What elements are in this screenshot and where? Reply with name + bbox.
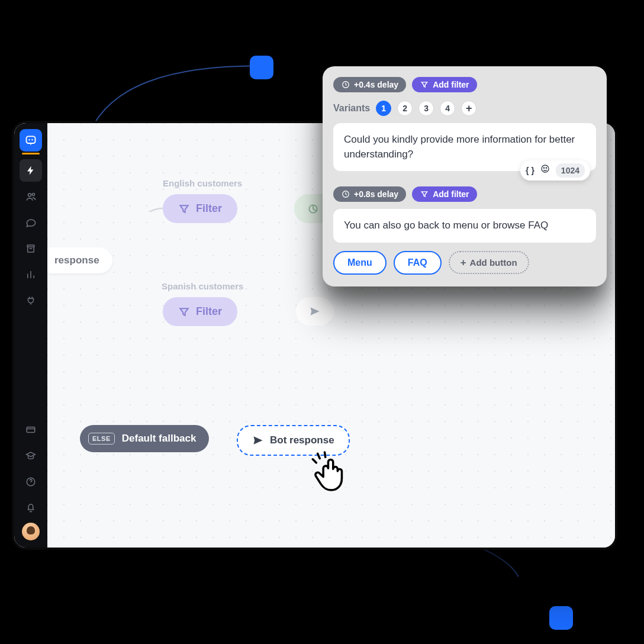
add-button[interactable]: + Add button — [449, 251, 529, 274]
delay-label-2: +0.8s delay — [354, 189, 398, 199]
branch-label-en: English customers — [163, 178, 242, 188]
braces-icon[interactable]: { } — [526, 165, 534, 176]
root-node[interactable]: response — [47, 247, 112, 273]
else-node[interactable]: ELSE Default fallback — [80, 425, 209, 452]
decorative-dot — [250, 56, 273, 79]
svg-point-2 — [31, 139, 33, 140]
response-editor-panel: +0.4s delay Add filter Variants 1 2 3 4 … — [323, 66, 607, 286]
filter-icon — [178, 203, 190, 215]
message-tools: { } 1024 — [520, 160, 590, 181]
send-icon — [252, 434, 264, 446]
bell-icon[interactable] — [20, 497, 42, 519]
delay-label: +0.4s delay — [354, 80, 398, 89]
filter-node-es[interactable]: Filter — [163, 297, 237, 326]
svg-rect-5 — [27, 245, 34, 247]
variant-4[interactable]: 4 — [440, 101, 455, 116]
plus-icon: + — [461, 257, 466, 268]
quick-reply-menu[interactable]: Menu — [333, 251, 387, 275]
branch-label-es: Spanish customers — [162, 281, 243, 291]
svg-point-12 — [546, 168, 546, 168]
chart-icon — [307, 203, 319, 215]
bolt-icon[interactable] — [20, 159, 42, 182]
add-button-label: Add button — [470, 257, 517, 268]
filter-icon — [420, 80, 429, 89]
message-card-2[interactable]: You can also go back to menu or browse F… — [333, 209, 596, 243]
quick-reply-faq[interactable]: FAQ — [394, 251, 442, 275]
svg-point-1 — [28, 139, 30, 140]
message-1-text: Could you kindly provide more informatio… — [344, 134, 575, 160]
help-icon[interactable] — [20, 471, 42, 493]
decorative-dot — [549, 606, 573, 630]
delay-chip[interactable]: +0.4s delay — [333, 77, 406, 92]
svg-rect-6 — [27, 427, 35, 433]
svg-point-11 — [543, 168, 544, 168]
svg-rect-0 — [27, 136, 36, 143]
else-label: Default fallback — [122, 433, 197, 445]
archive-icon[interactable] — [20, 237, 42, 260]
root-node-label: response — [54, 255, 99, 266]
filter-label: Filter — [196, 305, 222, 318]
bot-response-node[interactable]: Bot response — [237, 425, 350, 456]
filter-icon — [178, 306, 190, 318]
svg-point-10 — [542, 165, 549, 172]
bars-icon[interactable] — [20, 263, 42, 286]
filter-icon — [420, 190, 429, 199]
sidebar — [14, 123, 47, 548]
emoji-icon[interactable] — [540, 164, 550, 176]
variants-row: Variants 1 2 3 4 + — [333, 101, 596, 116]
add-variant-button[interactable]: + — [461, 101, 476, 116]
send-icon — [309, 305, 321, 317]
users-icon[interactable] — [20, 185, 42, 208]
delay-chip-2[interactable]: +0.8s delay — [333, 186, 406, 202]
chat-icon[interactable] — [20, 211, 42, 234]
avatar[interactable] — [22, 523, 40, 540]
add-filter-chip[interactable]: Add filter — [412, 77, 476, 92]
add-filter-label-2: Add filter — [433, 189, 469, 199]
svg-point-4 — [32, 193, 34, 195]
add-filter-label: Add filter — [433, 80, 469, 89]
card-icon[interactable] — [20, 418, 42, 441]
brand-underline — [22, 153, 40, 154]
message-2-text: You can also go back to menu or browse F… — [344, 220, 548, 231]
variant-1[interactable]: 1 — [376, 101, 391, 116]
message-card-1[interactable]: Could you kindly provide more informatio… — [333, 123, 596, 171]
else-tag: ELSE — [88, 433, 115, 445]
plug-icon[interactable] — [20, 289, 42, 312]
brand-icon[interactable] — [20, 129, 42, 152]
clock-icon — [341, 80, 350, 89]
filter-label: Filter — [196, 202, 222, 215]
variant-3[interactable]: 3 — [418, 101, 434, 116]
result-node-send[interactable] — [296, 297, 334, 326]
variants-label: Variants — [333, 103, 370, 114]
grad-icon[interactable] — [20, 445, 42, 467]
filter-node-en[interactable]: Filter — [163, 194, 237, 223]
svg-point-3 — [28, 193, 31, 196]
char-count: 1024 — [556, 163, 585, 178]
clock-icon — [341, 190, 350, 199]
add-filter-chip-2[interactable]: Add filter — [412, 186, 476, 202]
variant-2[interactable]: 2 — [397, 101, 413, 116]
bot-response-label: Bot response — [270, 434, 334, 446]
